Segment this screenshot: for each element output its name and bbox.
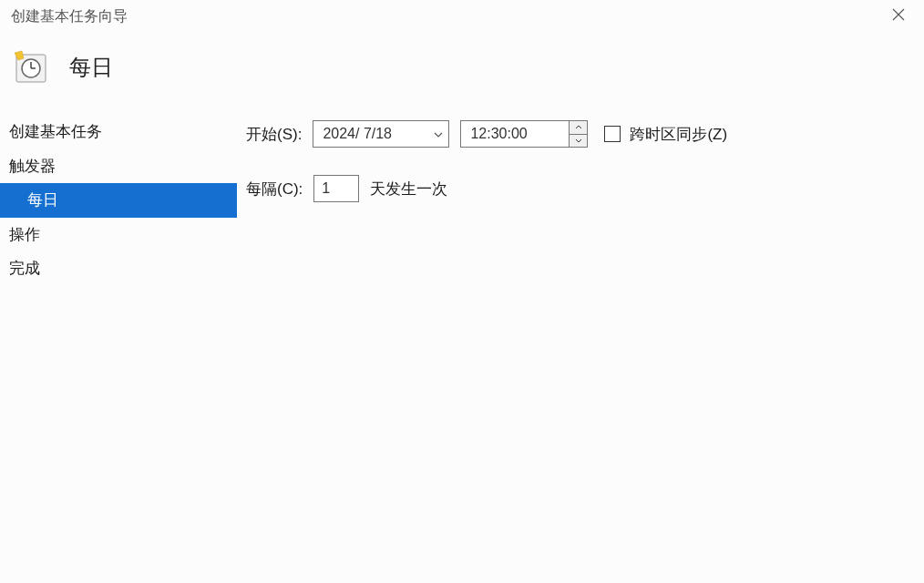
- spinner-down-icon[interactable]: [570, 135, 587, 148]
- wizard-header: 每日: [0, 33, 924, 111]
- titlebar: 创建基本任务向导: [0, 0, 924, 33]
- interval-suffix: 天发生一次: [370, 179, 447, 199]
- sidebar-item-action[interactable]: 操作: [0, 218, 237, 252]
- wizard-content: 开始(S): 2024/ 7/18 12:30:00: [237, 111, 924, 576]
- sidebar-item-finish[interactable]: 完成: [0, 251, 237, 286]
- interval-input[interactable]: 1: [313, 175, 359, 202]
- sidebar-item-daily[interactable]: 每日: [0, 183, 237, 218]
- spinner-up-icon[interactable]: [570, 121, 587, 135]
- interval-value: 1: [322, 180, 330, 197]
- start-row: 开始(S): 2024/ 7/18 12:30:00: [246, 120, 915, 148]
- sync-checkbox[interactable]: [604, 126, 621, 142]
- time-spinner: [569, 121, 587, 147]
- interval-label: 每隔(C):: [246, 179, 303, 199]
- close-icon[interactable]: [884, 4, 913, 30]
- task-scheduler-icon: [13, 49, 49, 86]
- chevron-down-icon: [434, 128, 443, 139]
- start-label: 开始(S):: [246, 124, 302, 145]
- date-picker[interactable]: 2024/ 7/18: [313, 120, 449, 148]
- sync-checkbox-wrap: 跨时区同步(Z): [604, 124, 727, 145]
- sidebar-item-trigger[interactable]: 触发器: [0, 149, 237, 184]
- time-value: 12:30:00: [470, 126, 527, 142]
- date-value: 2024/ 7/18: [323, 126, 392, 142]
- time-picker[interactable]: 12:30:00: [460, 120, 588, 148]
- sidebar-item-create-task[interactable]: 创建基本任务: [0, 115, 237, 149]
- interval-row: 每隔(C): 1 天发生一次: [246, 175, 915, 202]
- page-title: 每日: [69, 53, 113, 82]
- wizard-body: 创建基本任务 触发器 每日 操作 完成 开始(S): 2024/ 7/18 12…: [0, 111, 924, 576]
- sync-label: 跨时区同步(Z): [630, 124, 727, 145]
- wizard-sidebar: 创建基本任务 触发器 每日 操作 完成: [0, 111, 237, 576]
- window-title: 创建基本任务向导: [11, 7, 128, 26]
